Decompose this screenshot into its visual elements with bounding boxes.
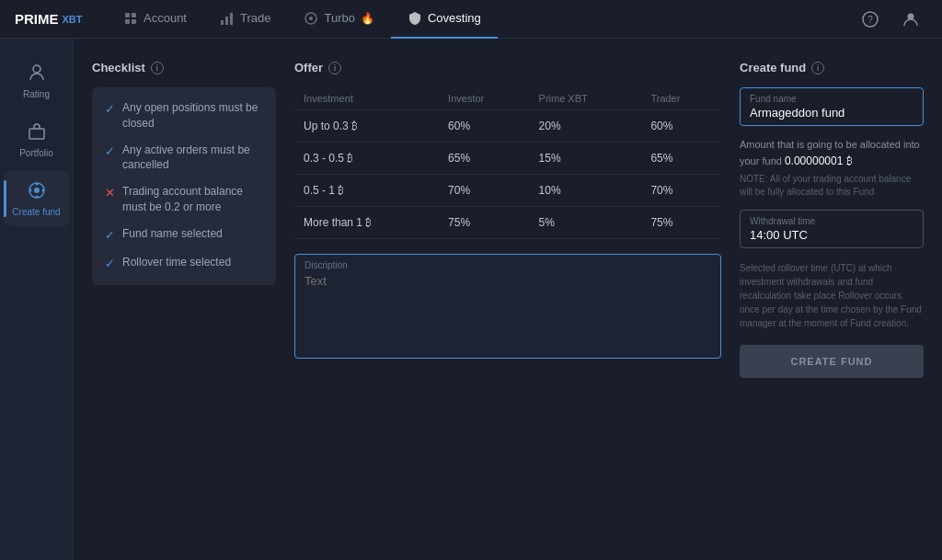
help-button[interactable]: ?	[854, 3, 887, 36]
create-fund-icon	[27, 180, 47, 203]
fund-form: Fund name Amount that is going to be all…	[740, 87, 924, 378]
checklist-item-text: Rollover time selected	[122, 255, 231, 270]
portfolio-icon	[27, 121, 47, 144]
checklist-item-text: Any open positions must be closed	[122, 100, 263, 131]
check-ok-icon: ✓	[105, 227, 115, 244]
offer-column-header: Investment	[294, 87, 439, 110]
check-ok-icon: ✓	[105, 101, 115, 118]
svg-point-17	[35, 196, 38, 199]
checklist-item-text: Trading account balance must be 0.2 or m…	[122, 184, 263, 215]
svg-rect-3	[132, 19, 136, 24]
table-row: 0.3 - 0.5 ₿65%15%65%	[294, 143, 721, 175]
svg-rect-4	[221, 20, 224, 25]
svg-rect-6	[230, 13, 233, 25]
checklist-item-text: Fund name selected	[122, 226, 223, 242]
table-cell: 20%	[530, 110, 642, 143]
svg-rect-2	[125, 19, 130, 24]
description-field-wrapper: Discription	[294, 254, 721, 359]
checklist-item-text: Any active orders must be cancelled	[122, 143, 263, 174]
svg-point-18	[29, 189, 31, 192]
svg-point-16	[35, 183, 38, 186]
svg-rect-13	[29, 129, 44, 139]
user-profile-button[interactable]	[894, 3, 927, 36]
checklist-info-icon[interactable]: i	[151, 62, 164, 74]
fund-name-label: Fund name	[742, 90, 921, 104]
table-cell: 70%	[641, 175, 721, 207]
sidebar-create-fund-label: Create fund	[12, 207, 60, 217]
withdrawal-label: Withdrawal time	[742, 212, 921, 226]
svg-rect-0	[125, 13, 130, 17]
table-cell: 0.5 - 1 ₿	[294, 175, 439, 207]
svg-rect-1	[132, 13, 136, 17]
fund-name-field: Fund name	[740, 87, 924, 126]
create-fund-info-icon[interactable]: i	[811, 62, 824, 74]
allocation-note: NOTE: All of your trading account balanc…	[740, 173, 924, 199]
checklist-box: ✓Any open positions must be closed✓Any a…	[92, 87, 276, 285]
table-cell: 70%	[439, 175, 529, 207]
checklist-item: ✓Rollover time selected	[105, 255, 263, 272]
checklist-section: Checklist i ✓Any open positions must be …	[92, 61, 276, 538]
checklist-item: ✓Fund name selected	[105, 226, 263, 244]
main-layout: Rating Portfolio Create fund Checklist i…	[0, 39, 942, 560]
svg-point-12	[33, 65, 40, 73]
rating-icon	[27, 63, 47, 86]
table-cell: 60%	[641, 110, 721, 143]
offer-section: Offer i InvestmentInvestorPrime XBTTrade…	[294, 61, 721, 538]
table-cell: Up to 0.3 ₿	[294, 110, 439, 143]
offer-title: Offer i	[294, 61, 721, 74]
offer-table: InvestmentInvestorPrime XBTTrader Up to …	[294, 87, 721, 239]
svg-rect-5	[225, 17, 228, 25]
nav-account[interactable]: Account	[107, 0, 203, 39]
sidebar-item-create-fund[interactable]: Create fund	[4, 171, 70, 226]
checklist-item: ✕Trading account balance must be 0.2 or …	[105, 184, 263, 215]
nav-covesting[interactable]: Covesting	[391, 0, 498, 39]
table-cell: 15%	[530, 143, 642, 175]
description-label: Discription	[297, 257, 718, 270]
table-cell: More than 1 ₿	[294, 207, 439, 239]
offer-column-header: Prime XBT	[530, 87, 642, 110]
svg-point-19	[41, 189, 44, 192]
allocation-amount: 0.00000001 ₿	[785, 154, 853, 167]
table-cell: 65%	[641, 143, 721, 175]
sidebar-portfolio-label: Portfolio	[19, 148, 53, 158]
description-textarea[interactable]	[297, 270, 718, 353]
logo-xbt: XBT	[63, 14, 83, 25]
sidebar-item-portfolio[interactable]: Portfolio	[4, 112, 70, 167]
check-fail-icon: ✕	[105, 185, 115, 201]
checklist-item: ✓Any open positions must be closed	[105, 100, 263, 131]
logo: PRIME XBT	[15, 11, 88, 27]
nav-turbo[interactable]: Turbo 🔥	[287, 0, 390, 39]
table-cell: 0.3 - 0.5 ₿	[294, 143, 439, 175]
turbo-flame-icon: 🔥	[361, 12, 374, 25]
logo-prime: PRIME	[15, 11, 59, 27]
check-ok-icon: ✓	[105, 143, 115, 160]
top-nav: PRIME XBT Account Trade Turbo 🔥 Covestin…	[0, 0, 942, 39]
content-area: Checklist i ✓Any open positions must be …	[74, 39, 942, 560]
nav-trade-label: Trade	[240, 11, 270, 25]
table-row: More than 1 ₿75%5%75%	[294, 207, 721, 239]
table-cell: 75%	[641, 207, 721, 239]
table-row: 0.5 - 1 ₿70%10%70%	[294, 175, 721, 207]
fund-name-input[interactable]	[742, 104, 921, 125]
nav-trade[interactable]: Trade	[203, 0, 287, 39]
create-fund-section: Create fund i Fund name Amount that is g…	[740, 61, 924, 538]
description-section: Discription	[294, 254, 721, 359]
sidebar-item-rating[interactable]: Rating	[4, 53, 70, 109]
create-fund-title: Create fund i	[740, 61, 924, 74]
table-cell: 60%	[439, 110, 529, 143]
svg-point-8	[309, 17, 313, 20]
withdrawal-input[interactable]	[742, 226, 921, 247]
nav-account-label: Account	[144, 11, 187, 25]
table-cell: 10%	[530, 175, 642, 207]
nav-turbo-label: Turbo	[324, 11, 354, 25]
checklist-item: ✓Any active orders must be cancelled	[105, 143, 263, 174]
offer-info-icon[interactable]: i	[328, 62, 341, 74]
allocation-info: Amount that is going to be allocated int…	[740, 137, 924, 199]
checklist-title: Checklist i	[92, 61, 276, 74]
nav-right: ?	[854, 3, 927, 36]
offer-column-header: Investor	[439, 87, 529, 110]
create-fund-button[interactable]: CREATE FUND	[740, 345, 924, 378]
svg-point-15	[34, 188, 40, 193]
table-cell: 5%	[530, 207, 642, 239]
table-cell: 75%	[439, 207, 529, 239]
